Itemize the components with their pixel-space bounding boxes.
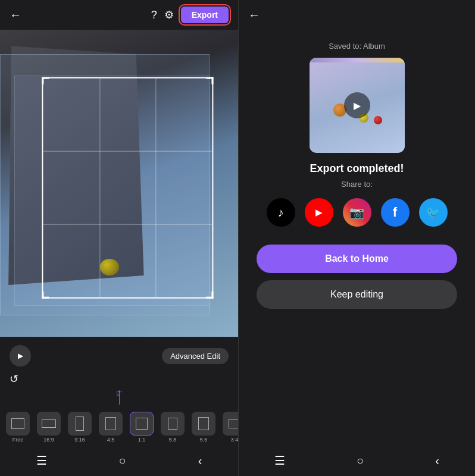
left-nav-back-button[interactable]: ‹ <box>198 454 202 468</box>
top-bar-right: ? ⚙ Export <box>151 7 229 23</box>
play-row: ▶ Advanced Edit <box>0 342 238 370</box>
format-label: 9:16 <box>74 437 85 443</box>
top-bar: ← ? ⚙ Export <box>0 0 238 30</box>
format-label: 16:9 <box>43 437 54 443</box>
share-twitter-button[interactable]: 🐦 <box>419 198 448 227</box>
right-back-button[interactable]: ← <box>248 8 260 22</box>
format-icon <box>130 412 154 436</box>
format-label: 5:8 <box>169 437 177 443</box>
export-completed-text: Export completed! <box>310 162 404 175</box>
play-button[interactable]: ▶ <box>10 345 31 367</box>
format-label: 1:1 <box>138 437 146 443</box>
right-panel: ← Saved to: Album ▶ Export completed! Sh… <box>239 0 475 476</box>
saved-label: Saved to: Album <box>329 42 385 51</box>
format-ratio-box <box>76 416 84 431</box>
share-instagram-button[interactable]: 📷 <box>343 198 371 227</box>
format-icon <box>68 412 92 436</box>
format-icon <box>99 412 123 436</box>
youtube-icon: ▶ <box>315 208 322 217</box>
facebook-icon: f <box>393 205 397 220</box>
right-top-bar: ← <box>239 0 475 30</box>
format-label: Free <box>12 437 24 443</box>
left-nav-home-button[interactable]: ○ <box>119 454 126 468</box>
right-nav-menu-button[interactable]: ☰ <box>274 453 285 468</box>
format-item-56[interactable]: 5:6 <box>190 412 217 443</box>
crop-grid-h1 <box>43 151 212 152</box>
format-label: 4:5 <box>107 437 115 443</box>
format-item-34[interactable]: 3:4 <box>221 412 238 443</box>
thumb-top-bar <box>310 58 405 62</box>
format-ratio-box <box>11 418 24 429</box>
help-button[interactable]: ? <box>151 9 157 21</box>
format-ratio-box <box>198 417 209 430</box>
share-icons: ♪ ▶ 📷 f 🐦 <box>267 198 448 227</box>
right-bottom-nav: ☰ ○ ‹ <box>239 447 475 476</box>
thumbnail-play-overlay[interactable]: ▶ <box>344 92 370 118</box>
reset-row: ↺ <box>0 370 238 388</box>
share-label: Share to: <box>341 180 373 189</box>
video-thumbnail[interactable]: ▶ <box>310 58 405 153</box>
timeline[interactable]: 0" <box>0 388 238 407</box>
crop-corner-bl <box>42 291 49 298</box>
timeline-indicator <box>119 390 120 405</box>
format-ratio-box <box>42 419 56 428</box>
format-icon <box>161 412 185 436</box>
format-ratio-box <box>136 418 148 430</box>
crop-corner-tr <box>206 77 213 84</box>
format-icon <box>6 412 30 436</box>
right-nav-home-button[interactable]: ○ <box>357 454 364 468</box>
format-item-916[interactable]: 9:16 <box>67 412 93 443</box>
room-scene <box>0 30 238 337</box>
crop-grid-v1 <box>99 79 100 298</box>
left-panel: ← ? ⚙ Export <box>0 0 238 476</box>
format-label: 3:4 <box>231 437 238 443</box>
advanced-edit-button[interactable]: Advanced Edit <box>162 348 229 364</box>
crop-corner-tl <box>42 77 49 84</box>
twitter-icon: 🐦 <box>426 205 440 220</box>
format-item-169[interactable]: 16:9 <box>36 412 62 443</box>
crop-grid-h2 <box>43 224 212 225</box>
format-icon <box>223 412 238 436</box>
video-preview <box>0 30 238 337</box>
share-youtube-button[interactable]: ▶ <box>305 198 333 227</box>
format-icon <box>37 412 61 436</box>
format-label: 5:6 <box>200 437 208 443</box>
format-item-58[interactable]: 5:8 <box>160 412 186 443</box>
crop-grid-v2 <box>156 79 157 298</box>
format-icon <box>192 412 215 436</box>
settings-button[interactable]: ⚙ <box>164 8 174 21</box>
timeline-ruler: 0" <box>0 390 238 405</box>
right-nav-back-button[interactable]: ‹ <box>435 454 439 468</box>
keep-editing-button[interactable]: Keep editing <box>257 280 457 309</box>
format-ratio-box <box>105 417 116 430</box>
export-button[interactable]: Export <box>181 7 229 23</box>
format-item-45[interactable]: 4:5 <box>98 412 124 443</box>
left-nav-menu-button[interactable]: ☰ <box>36 453 47 468</box>
back-home-button[interactable]: Back to Home <box>257 245 457 273</box>
thumbnail-play-icon: ▶ <box>354 100 361 111</box>
tiktok-icon: ♪ <box>278 206 284 220</box>
format-item-11[interactable]: 1:1 <box>129 412 155 443</box>
share-facebook-button[interactable]: f <box>381 198 410 227</box>
format-ratio-box <box>168 418 177 430</box>
left-bottom-nav: ☰ ○ ‹ <box>0 447 238 476</box>
format-row: Free16:99:164:51:15:85:63:4 <box>0 407 238 447</box>
reset-button[interactable]: ↺ <box>10 372 18 386</box>
format-item-free[interactable]: Free <box>5 412 31 443</box>
instagram-icon: 📷 <box>349 205 364 220</box>
crop-corner-br <box>206 291 213 298</box>
thumb-ball-red <box>374 116 382 124</box>
format-ratio-box <box>229 419 238 428</box>
play-icon: ▶ <box>18 352 23 360</box>
crop-overlay[interactable] <box>42 77 213 299</box>
share-tiktok-button[interactable]: ♪ <box>267 198 295 227</box>
bottom-controls: ▶ Advanced Edit ↺ 0" Free16:99:164:51:15… <box>0 337 238 476</box>
back-button[interactable]: ← <box>10 8 21 22</box>
export-content: Saved to: Album ▶ Export completed! Shar… <box>239 30 475 447</box>
